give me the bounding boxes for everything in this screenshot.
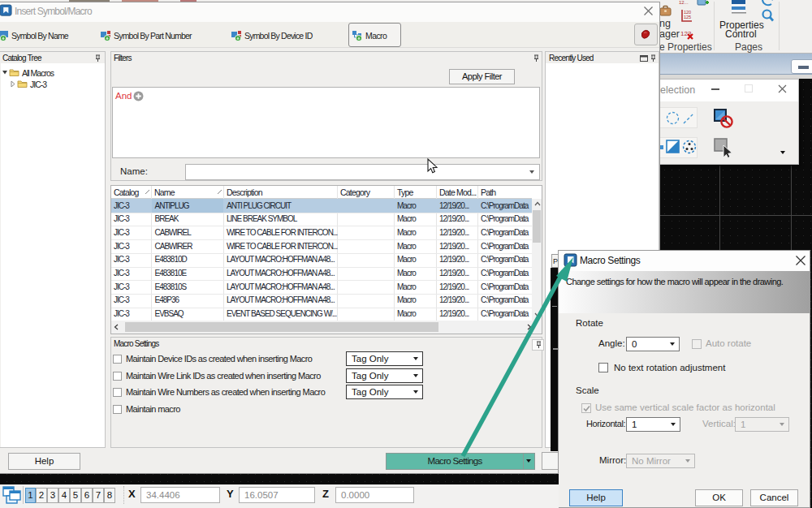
svg-text:12...: 12... xyxy=(679,0,689,5)
svg-text:125: 125 xyxy=(684,15,691,19)
